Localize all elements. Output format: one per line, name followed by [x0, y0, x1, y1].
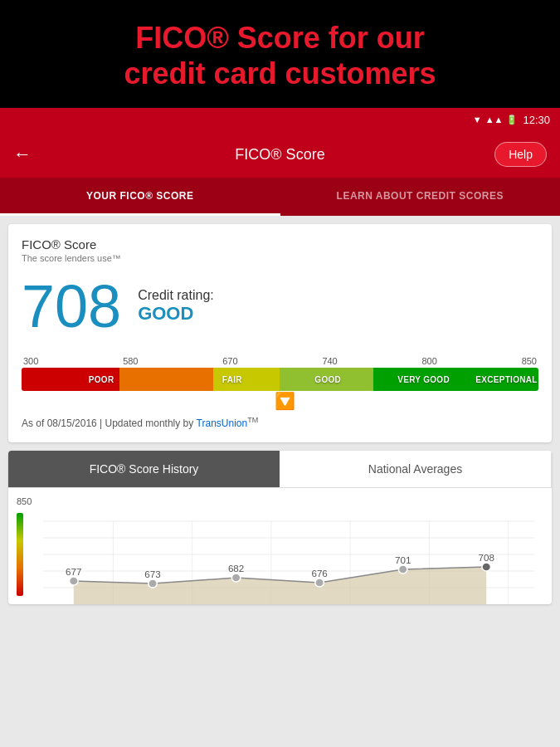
battery-icon: 🔋: [506, 115, 518, 125]
help-button[interactable]: Help: [494, 142, 547, 167]
svg-text:682: 682: [228, 564, 244, 574]
score-range-labels: 300 580 670 740 800 850: [22, 356, 538, 366]
transunion-tm: TM: [247, 416, 258, 424]
score-bar: POOR FAIR GOOD VERY GOOD EXCEPTIONAL: [22, 368, 538, 391]
segment-exceptional: EXCEPTIONAL: [475, 368, 538, 391]
range-580: 580: [123, 356, 138, 366]
tab-your-score[interactable]: YOUR FICO® SCORE: [0, 178, 280, 216]
svg-text:676: 676: [311, 569, 327, 579]
range-300: 300: [23, 356, 38, 366]
svg-text:708: 708: [479, 554, 494, 564]
score-date: As of 08/15/2016 | Updated monthly by Tr…: [22, 416, 538, 429]
chart-area: 850: [8, 488, 552, 604]
svg-point-14: [231, 574, 241, 582]
score-indicator: 🔽: [275, 391, 295, 411]
app-bar: ← FICO® Score Help: [0, 131, 560, 178]
status-icons: ▼ ▲▲ 🔋: [473, 115, 519, 125]
rating-label: Credit rating:: [138, 288, 214, 303]
main-content: FICO® Score The score lenders use™ 708 C…: [0, 216, 560, 747]
score-display: 708 Credit rating: GOOD: [22, 276, 538, 336]
history-card: FICO® Score History National Averages 85…: [8, 451, 552, 604]
range-800: 800: [422, 356, 437, 366]
svg-point-13: [149, 579, 158, 588]
segment-poor: POOR: [22, 368, 181, 391]
svg-point-17: [482, 563, 491, 571]
history-tab-national[interactable]: National Averages: [280, 451, 552, 487]
segment-good: GOOD: [283, 368, 373, 391]
segment-fair: FAIR: [181, 368, 283, 391]
credit-rating: Credit rating: GOOD: [138, 288, 214, 325]
svg-point-16: [398, 565, 407, 574]
svg-point-15: [315, 579, 324, 587]
rating-value: GOOD: [138, 303, 214, 325]
chart-color-bar: [17, 513, 23, 596]
range-670: 670: [222, 356, 237, 366]
history-tab-score[interactable]: FICO® Score History: [8, 451, 280, 487]
svg-text:673: 673: [144, 570, 160, 580]
score-card-title: FICO® Score: [22, 237, 538, 251]
score-meter: 300 580 670 740 800 850 POOR FAIR GOOD V…: [22, 356, 538, 391]
banner-title: FICO® Score for our credit card customer…: [33, 20, 527, 91]
svg-point-12: [70, 577, 79, 585]
back-button[interactable]: ←: [13, 144, 46, 165]
status-time: 12:30: [523, 114, 550, 126]
svg-text:701: 701: [395, 556, 411, 566]
app-bar-title: FICO® Score: [235, 146, 324, 164]
top-banner: FICO® Score for our credit card customer…: [0, 0, 560, 108]
transunion-link[interactable]: TransUnion: [197, 417, 248, 429]
tab-learn-credit[interactable]: LEARN ABOUT CREDIT SCORES: [280, 178, 561, 216]
svg-marker-11: [74, 567, 486, 604]
score-card-subtitle: The score lenders use™: [22, 253, 538, 263]
range-850: 850: [522, 356, 537, 366]
range-740: 740: [322, 356, 337, 366]
status-bar: ▼ ▲▲ 🔋 12:30: [0, 108, 560, 131]
score-card: FICO® Score The score lenders use™ 708 C…: [8, 224, 552, 442]
chart-y-max: 850: [17, 496, 32, 506]
score-history-chart: 677 673 682 676 701 708: [17, 513, 543, 604]
tab-bar: YOUR FICO® SCORE LEARN ABOUT CREDIT SCOR…: [0, 178, 560, 216]
history-tab-bar: FICO® Score History National Averages: [8, 451, 552, 488]
wifi-icon: ▼: [473, 115, 482, 124]
signal-icon: ▲▲: [485, 115, 504, 124]
score-number: 708: [22, 276, 121, 336]
svg-text:677: 677: [66, 568, 81, 578]
segment-very-good: VERY GOOD: [373, 368, 475, 391]
